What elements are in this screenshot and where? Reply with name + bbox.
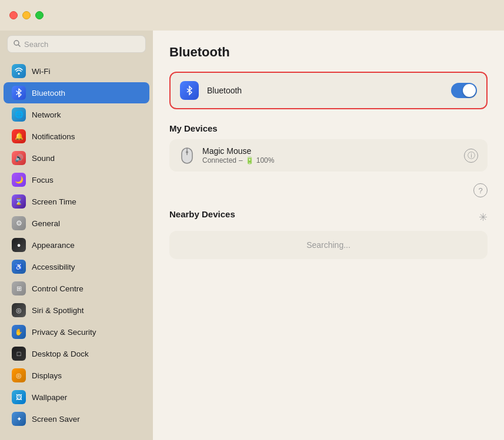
sidebar-item-general[interactable]: ⚙General bbox=[4, 213, 149, 234]
sidebar-item-network[interactable]: 🌐Network bbox=[4, 104, 149, 125]
search-container: Search bbox=[0, 31, 153, 60]
main-layout: Search Wi-FiBluetooth🌐Network🔔Notificati… bbox=[0, 31, 504, 440]
sidebar-item-notifications[interactable]: 🔔Notifications bbox=[4, 126, 149, 147]
device-name: Magic Mouse bbox=[202, 146, 457, 156]
battery-icon: 🔋 bbox=[245, 156, 254, 164]
table-row: Magic Mouse Connected – 🔋 100% ⓘ bbox=[169, 139, 488, 172]
sidebar-item-desktop[interactable]: □Desktop & Dock bbox=[4, 343, 149, 364]
screensaver-icon: ✦ bbox=[12, 412, 26, 426]
status-separator: – bbox=[239, 156, 243, 164]
sidebar-item-label: Displays bbox=[32, 371, 62, 380]
minimize-button[interactable] bbox=[22, 11, 31, 19]
sidebar-item-label: Wi-Fi bbox=[32, 67, 50, 76]
sidebar-item-label: Appearance bbox=[32, 241, 75, 250]
bluetooth-toggle[interactable] bbox=[451, 83, 477, 98]
nearby-section: Nearby Devices ✳ Searching... bbox=[169, 209, 488, 259]
traffic-lights bbox=[9, 11, 44, 19]
desktop-icon: □ bbox=[12, 347, 26, 361]
page-title: Bluetooth bbox=[169, 45, 488, 60]
bluetooth-label: Bluetooth bbox=[207, 86, 443, 95]
sidebar-item-label: General bbox=[32, 219, 60, 228]
sidebar-item-siri[interactable]: ◎Siri & Spotlight bbox=[4, 300, 149, 321]
nearby-header: Nearby Devices ✳ bbox=[169, 209, 488, 225]
sidebar-item-label: Desktop & Dock bbox=[32, 350, 89, 358]
sidebar-item-focus[interactable]: 🌙Focus bbox=[4, 169, 149, 190]
sidebar-item-screentime[interactable]: ⌛Screen Time bbox=[4, 191, 149, 212]
sidebar: Search Wi-FiBluetooth🌐Network🔔Notificati… bbox=[0, 31, 153, 440]
close-button[interactable] bbox=[9, 11, 18, 19]
appearance-icon: ● bbox=[12, 238, 26, 252]
wallpaper-icon: 🖼 bbox=[12, 390, 26, 404]
searching-spinner: ✳ bbox=[479, 211, 488, 224]
bluetooth-card: Bluetooth bbox=[169, 72, 488, 109]
wifi-icon bbox=[12, 64, 26, 78]
searching-card: Searching... bbox=[169, 231, 488, 259]
help-button[interactable]: ? bbox=[473, 183, 488, 197]
searching-text: Searching... bbox=[306, 240, 351, 250]
connected-text: Connected bbox=[202, 156, 236, 164]
notifications-icon: 🔔 bbox=[12, 129, 26, 143]
svg-point-8 bbox=[186, 151, 188, 153]
sidebar-item-label: Screen Saver bbox=[32, 415, 80, 424]
sidebar-item-label: Siri & Spotlight bbox=[32, 306, 84, 315]
siri-icon: ◎ bbox=[12, 303, 26, 317]
mouse-icon bbox=[179, 147, 195, 164]
network-icon: 🌐 bbox=[12, 108, 26, 122]
sidebar-item-sound[interactable]: 🔊Sound bbox=[4, 147, 149, 169]
screentime-icon: ⌛ bbox=[12, 194, 26, 209]
bluetooth-icon bbox=[180, 81, 199, 100]
titlebar bbox=[0, 0, 504, 31]
accessibility-icon: ♿ bbox=[12, 260, 26, 274]
device-status: Connected – 🔋 100% bbox=[202, 156, 457, 164]
help-area: ? bbox=[169, 179, 488, 207]
my-devices-title: My Devices bbox=[169, 123, 488, 133]
svg-line-1 bbox=[19, 45, 21, 46]
privacy-icon: ✋ bbox=[12, 325, 26, 339]
sidebar-item-bluetooth[interactable]: Bluetooth bbox=[4, 82, 149, 103]
maximize-button[interactable] bbox=[35, 11, 44, 19]
sidebar-items: Wi-FiBluetooth🌐Network🔔Notifications🔊Sou… bbox=[0, 60, 153, 430]
sidebar-item-label: Focus bbox=[32, 176, 54, 184]
bluetooth-icon bbox=[12, 86, 26, 100]
sidebar-item-label: Privacy & Security bbox=[32, 328, 96, 337]
content-area: Bluetooth Bluetooth My Devices bbox=[153, 31, 504, 440]
focus-icon: 🌙 bbox=[12, 173, 26, 187]
sidebar-item-label: Screen Time bbox=[32, 197, 76, 206]
sidebar-item-accessibility[interactable]: ♿Accessibility bbox=[4, 256, 149, 277]
general-icon: ⚙ bbox=[12, 216, 26, 230]
sidebar-item-label: Control Centre bbox=[32, 284, 84, 293]
device-info: Magic Mouse Connected – 🔋 100% bbox=[202, 146, 457, 164]
search-placeholder: Search bbox=[24, 40, 48, 49]
search-box[interactable]: Search bbox=[7, 35, 146, 53]
sidebar-item-privacy[interactable]: ✋Privacy & Security bbox=[4, 321, 149, 342]
controlcentre-icon: ⊞ bbox=[12, 281, 26, 295]
svg-point-0 bbox=[14, 41, 19, 45]
sidebar-item-appearance[interactable]: ●Appearance bbox=[4, 234, 149, 256]
device-info-button[interactable]: ⓘ bbox=[464, 149, 478, 163]
sidebar-item-screensaver[interactable]: ✦Screen Saver bbox=[4, 408, 149, 429]
search-icon bbox=[14, 40, 21, 49]
sidebar-item-label: Sound bbox=[32, 154, 55, 163]
sidebar-item-wallpaper[interactable]: 🖼Wallpaper bbox=[4, 387, 149, 408]
sidebar-item-controlcentre[interactable]: ⊞Control Centre bbox=[4, 278, 149, 299]
sidebar-item-label: Wallpaper bbox=[32, 393, 67, 402]
sidebar-item-wifi[interactable]: Wi-Fi bbox=[4, 61, 149, 82]
sound-icon: 🔊 bbox=[12, 151, 26, 165]
sidebar-item-label: Accessibility bbox=[32, 263, 75, 271]
toggle-knob bbox=[463, 84, 476, 97]
sidebar-item-label: Network bbox=[32, 110, 61, 119]
bluetooth-row: Bluetooth bbox=[171, 73, 486, 108]
nearby-devices-title: Nearby Devices bbox=[169, 209, 235, 219]
battery-percent: 100% bbox=[256, 156, 275, 164]
devices-card: Magic Mouse Connected – 🔋 100% ⓘ bbox=[169, 139, 488, 172]
sidebar-item-label: Bluetooth bbox=[32, 89, 65, 98]
sidebar-item-displays[interactable]: ◎Displays bbox=[4, 365, 149, 386]
displays-icon: ◎ bbox=[12, 368, 26, 382]
sidebar-item-label: Notifications bbox=[32, 132, 75, 141]
